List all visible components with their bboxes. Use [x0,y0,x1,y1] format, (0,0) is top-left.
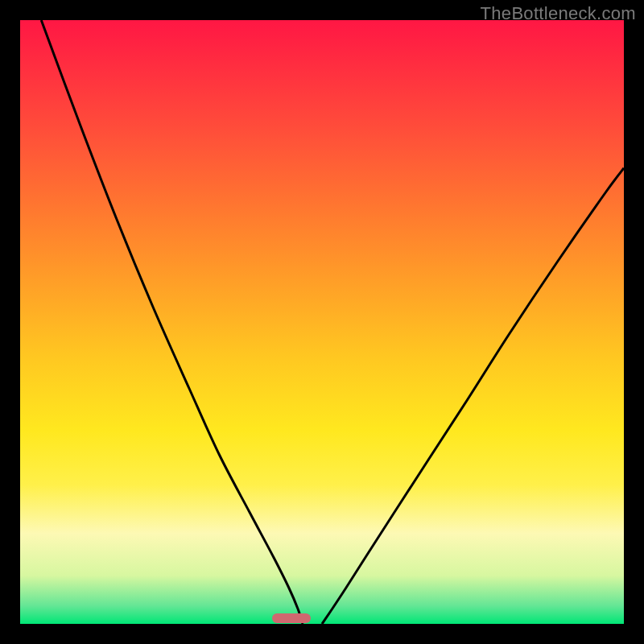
plot-area [20,20,624,624]
attribution-text: TheBottleneck.com [481,3,636,24]
optimal-marker [272,613,311,623]
